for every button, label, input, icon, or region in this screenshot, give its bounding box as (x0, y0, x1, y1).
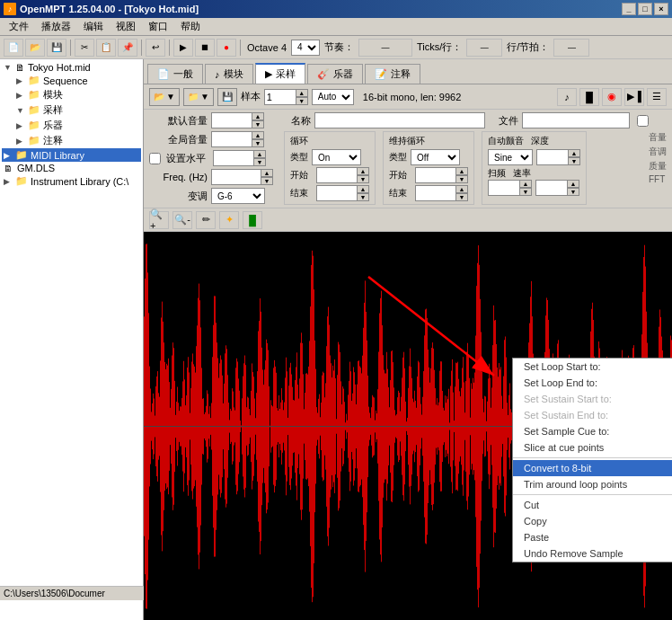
menu-playback[interactable]: 播放器 (36, 18, 76, 35)
loop-end-input[interactable]: 9961 (316, 185, 357, 201)
open-button[interactable]: 📂 (25, 39, 45, 57)
tab-module[interactable]: ♪ 模块 (205, 64, 253, 84)
sweep-up[interactable]: ▲ (519, 180, 532, 188)
global-vol-input[interactable]: 35 (211, 131, 252, 147)
ctx-paste[interactable]: Paste Ctrl+V (513, 529, 672, 545)
freq-up[interactable]: ▲ (261, 169, 273, 177)
sweep-spin[interactable]: 0 ▲ ▼ (488, 180, 532, 196)
sample-icon1[interactable]: ♪ (557, 88, 577, 106)
sample-icon2[interactable]: ▐▌ (579, 88, 599, 106)
freq-input[interactable]: 26111 (211, 169, 261, 185)
ctx-set-loop-end[interactable]: Set Loop End to: 1915 (513, 375, 672, 391)
menu-edit[interactable]: 编辑 (78, 18, 109, 35)
sustain-start-up[interactable]: ▲ (455, 167, 468, 175)
speed-up[interactable]: ▲ (567, 180, 579, 188)
zoom-out-button[interactable]: 🔍- (172, 211, 192, 229)
maximize-button[interactable]: □ (638, 3, 652, 15)
global-vol-spin[interactable]: 35 ▲ ▼ (211, 131, 264, 147)
set-level-up[interactable]: ▲ (253, 150, 266, 158)
sweep-down[interactable]: ▼ (519, 188, 532, 196)
set-level-check[interactable] (149, 153, 161, 164)
sidebar-item-tokyohot[interactable]: ▼ 🗎 Tokyo Hot.mid (2, 61, 141, 74)
loop-start-spin[interactable]: 251 ▲ ▼ (316, 167, 369, 183)
default-vol-input[interactable]: 64 (211, 112, 252, 128)
sidebar-item-sequence[interactable]: ▶ 📁 Sequence (2, 74, 141, 87)
set-level-down[interactable]: ▼ (253, 158, 266, 166)
freq-spin[interactable]: 26111 ▲ ▼ (211, 169, 273, 185)
sample-icon4[interactable]: ▶▐ (624, 88, 644, 106)
speed-down[interactable]: ▼ (567, 188, 579, 196)
play-button[interactable]: ▶ (173, 39, 193, 57)
sample-up-btn[interactable]: ▲ (296, 89, 308, 97)
speed-input[interactable]: 0 (535, 180, 567, 196)
ctx-undo[interactable]: Undo Remove Sample Ctrl+Z (513, 545, 672, 562)
set-level-spin[interactable]: 32 ▲ ▼ (213, 150, 266, 166)
sample-icon3[interactable]: ◉ (602, 88, 622, 106)
sample-load-btn[interactable]: 📂▼ (149, 88, 180, 106)
sidebar-item-instruments[interactable]: ▶ 📁 乐器 (2, 118, 141, 133)
default-vol-spin[interactable]: 64 ▲ ▼ (211, 112, 264, 128)
freq-down[interactable]: ▼ (261, 177, 273, 185)
sidebar-item-instlib[interactable]: ▶ 📁 Instrument Library (C:\ (2, 174, 141, 188)
tempo-input[interactable]: — (358, 39, 412, 57)
menu-view[interactable]: 视图 (111, 18, 141, 35)
tab-notes[interactable]: 📝 注释 (365, 64, 420, 84)
sustain-end-input[interactable]: 0 (415, 185, 455, 201)
sweep-input[interactable]: 0 (488, 180, 519, 196)
sustain-end-spin[interactable]: 0 ▲ ▼ (415, 185, 468, 201)
sustain-type-select[interactable]: Off (411, 149, 460, 165)
loop-end-spin[interactable]: 9961 ▲ ▼ (316, 185, 369, 201)
loop-end-down[interactable]: ▼ (357, 193, 369, 201)
loop-start-input[interactable]: 251 (316, 167, 357, 183)
sidebar-item-midi[interactable]: ▶ 📁 MIDI Library (2, 148, 141, 162)
ctx-cut[interactable]: Cut Ctrl+X (513, 497, 672, 513)
loop-type-select[interactable]: On (312, 149, 361, 165)
sustain-start-spin[interactable]: 0 ▲ ▼ (415, 167, 468, 183)
paste-button[interactable]: 📌 (118, 39, 137, 57)
tab-sample[interactable]: ▶ 采样 (255, 63, 305, 84)
waveform-display[interactable]: Set Loop Start to: 1915 Set Loop End to:… (144, 232, 672, 620)
file-check[interactable] (637, 115, 649, 127)
vibrato-type-select[interactable]: Sine (488, 149, 533, 165)
default-vol-up[interactable]: ▲ (252, 112, 264, 120)
sustain-end-down[interactable]: ▼ (455, 193, 468, 201)
ctx-slice-cue[interactable]: Slice at cue points (513, 439, 672, 456)
pencil-button[interactable]: ✏ (196, 211, 216, 229)
sample-down-btn[interactable]: ▼ (296, 97, 308, 105)
vibrato-depth-up[interactable]: ▲ (568, 149, 580, 157)
global-vol-up[interactable]: ▲ (252, 131, 264, 139)
menu-file[interactable]: 文件 (4, 18, 34, 35)
sample-icon5[interactable]: ☰ (647, 88, 667, 106)
sample-save-btn[interactable]: 💾 (217, 88, 237, 106)
file-input[interactable]: STRNG52B (522, 112, 630, 128)
menu-help[interactable]: 帮助 (175, 18, 206, 35)
default-vol-down[interactable]: ▼ (252, 120, 264, 128)
ctx-copy[interactable]: Copy Ctrl+C (513, 513, 672, 529)
cut-button[interactable]: ✂ (75, 39, 94, 57)
bar-button[interactable]: ▐▌ (243, 211, 262, 229)
zoom-in-button[interactable]: 🔍+ (149, 211, 169, 229)
sample-folder-btn[interactable]: 📁▼ (183, 88, 214, 106)
stop-button[interactable]: ⏹ (195, 39, 215, 57)
loop-start-up[interactable]: ▲ (357, 167, 369, 175)
close-button[interactable]: × (654, 3, 668, 15)
copy-button[interactable]: 📋 (96, 39, 116, 57)
sidebar-item-module[interactable]: ▶ 📁 模块 (2, 87, 141, 102)
loop-end-up[interactable]: ▲ (357, 185, 369, 193)
tab-general[interactable]: 📄 一般 (147, 64, 203, 84)
name-input[interactable]: Strings (314, 112, 485, 128)
tab-instrument[interactable]: 🎸 乐器 (307, 64, 363, 84)
ctx-convert-8bit[interactable]: Convert to 8-bit (513, 460, 672, 476)
vibrato-depth-down[interactable]: ▼ (568, 157, 580, 165)
ctx-trim-loop[interactable]: Trim around loop points Ctrl+T (513, 476, 672, 492)
global-vol-down[interactable]: ▼ (252, 139, 264, 147)
save-button[interactable]: 💾 (47, 39, 66, 57)
ticks-input[interactable]: — (466, 39, 502, 57)
sidebar-item-samples[interactable]: ▼ 📁 采样 (2, 102, 141, 118)
sample-number-spin[interactable]: 1 ▲ ▼ (264, 89, 308, 105)
set-level-input[interactable]: 32 (213, 150, 253, 166)
speed-spin[interactable]: 0 ▲ ▼ (535, 180, 579, 196)
vibrato-depth-spin[interactable]: 0 ▲ ▼ (536, 149, 580, 165)
sample-number-input[interactable]: 1 (264, 89, 296, 105)
sustain-start-down[interactable]: ▼ (455, 175, 468, 183)
